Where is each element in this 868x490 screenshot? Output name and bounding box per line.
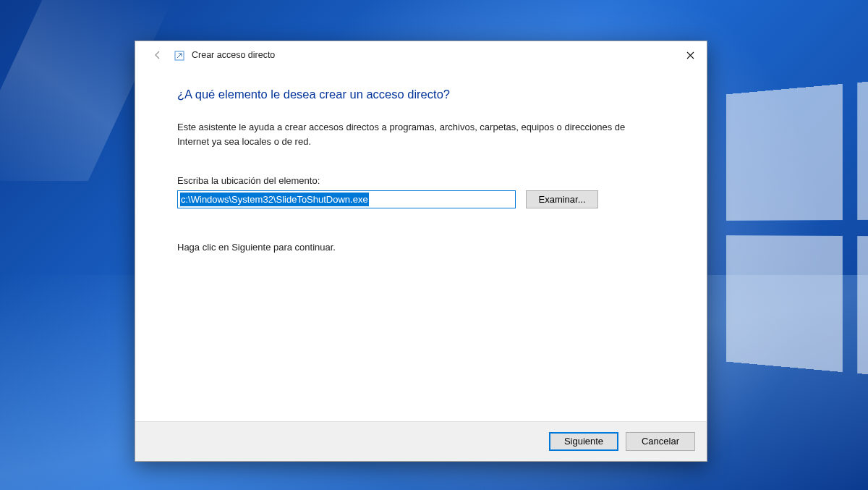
close-button[interactable] [673, 44, 707, 66]
desktop-background: Crear acceso directo ¿A qué elemento le … [0, 0, 868, 490]
dialog-titlebar[interactable]: Crear acceso directo [135, 41, 707, 69]
close-icon [686, 51, 694, 59]
dialog-footer: Siguiente Cancelar [135, 421, 707, 461]
location-input-value: c:\Windows\System32\SlideToShutDown.exe [180, 193, 369, 206]
location-row: c:\Windows\System32\SlideToShutDown.exe … [177, 190, 665, 208]
cancel-button[interactable]: Cancelar [626, 432, 695, 451]
back-arrow-icon[interactable] [150, 47, 166, 63]
dialog-title: Crear acceso directo [192, 50, 275, 60]
windows-logo-icon [726, 70, 868, 386]
create-shortcut-dialog: Crear acceso directo ¿A qué elemento le … [135, 41, 707, 462]
location-label: Escriba la ubicación del elemento: [177, 175, 665, 186]
next-button[interactable]: Siguiente [549, 432, 618, 451]
dialog-description: Este asistente le ayuda a crear accesos … [177, 120, 655, 149]
location-input[interactable]: c:\Windows\System32\SlideToShutDown.exe [177, 190, 516, 208]
shortcut-wizard-icon [174, 51, 184, 61]
browse-button[interactable]: Examinar... [526, 190, 598, 208]
continue-hint: Haga clic en Siguiente para continuar. [177, 242, 665, 253]
dialog-heading: ¿A qué elemento le desea crear un acceso… [177, 88, 665, 101]
dialog-content: ¿A qué elemento le desea crear un acceso… [135, 69, 707, 421]
